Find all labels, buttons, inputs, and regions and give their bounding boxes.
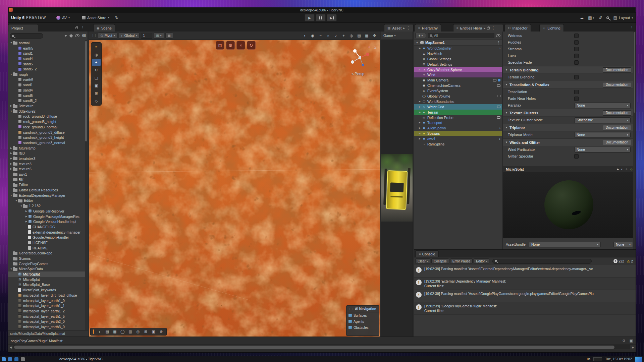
- checkbox[interactable]: [574, 54, 579, 58]
- keyboard-layout[interactable]: us: [587, 357, 591, 361]
- scene-bottom-button[interactable]: ▥: [128, 329, 133, 335]
- expander-closed-icon[interactable]: ▶: [24, 215, 28, 218]
- project-item[interactable]: ▶rts3: [8, 150, 85, 156]
- taskbar-app-icon[interactable]: [8, 357, 12, 361]
- terrain-tool-button[interactable]: ⚙: [226, 41, 235, 50]
- undo-history-icon[interactable]: ↺: [599, 15, 602, 20]
- expander-closed-icon[interactable]: ▶: [418, 121, 422, 124]
- hierarchy-item[interactable]: ▲NavMesh: [414, 51, 502, 56]
- expander-open-icon[interactable]: ▼: [9, 268, 13, 270]
- project-item[interactable]: ▶3dtexture: [8, 103, 85, 109]
- tab-scene[interactable]: ◉ Scene: [93, 24, 115, 32]
- project-item[interactable]: microsplat_layer_earth2_0: [8, 319, 85, 324]
- prefab-open-arrow-icon[interactable]: ›: [499, 137, 500, 140]
- project-item[interactable]: ▶Google.VersionHandlerImpl: [8, 219, 85, 224]
- scene-tool-button[interactable]: +: [92, 59, 101, 66]
- project-item[interactable]: ▼3dtexture2: [8, 109, 85, 114]
- mute-icon[interactable]: ⊘: [622, 339, 625, 343]
- hierarchy-item[interactable]: ▶■WorldController›: [414, 46, 502, 51]
- hierarchy-item[interactable]: ◉Main Camera: [414, 77, 502, 83]
- project-item[interactable]: sand5: [8, 93, 85, 98]
- expander-open-icon[interactable]: ▼: [415, 42, 419, 44]
- expander-closed-icon[interactable]: ▶: [418, 68, 422, 71]
- layers-dropdown[interactable]: ▦ ▾: [588, 15, 594, 20]
- filter-icon[interactable]: [64, 35, 67, 37]
- project-item[interactable]: Editor Default Resources: [8, 187, 85, 193]
- preview-light-icon[interactable]: ☼: [630, 167, 633, 171]
- project-item[interactable]: ▶Google.PackageManagerRes: [8, 214, 85, 219]
- home-icon[interactable]: ⌂: [374, 45, 376, 50]
- taskbar-app-icon[interactable]: [14, 357, 18, 361]
- tab-lighting[interactable]: ☼ Lighting: [539, 24, 564, 32]
- step-button[interactable]: ▶: [327, 14, 337, 21]
- show-desktop-button[interactable]: [635, 357, 642, 362]
- play-button[interactable]: ▶: [305, 14, 315, 21]
- panel-menu-icon[interactable]: ⋮: [491, 26, 495, 30]
- terrain-tool-button[interactable]: ⊡: [216, 41, 224, 50]
- error-pause-toggle[interactable]: Error Pause: [450, 258, 473, 264]
- material-preview-header[interactable]: MicroSplat ▸ ◐ ◓ ☼: [503, 166, 636, 172]
- checkbox[interactable]: [574, 97, 579, 101]
- scene-bottom-button[interactable]: ◎: [136, 329, 141, 335]
- expander-open-icon[interactable]: ▼: [19, 205, 23, 207]
- expander-closed-icon[interactable]: ▶: [9, 168, 13, 170]
- ai-navigation-header[interactable]: ⋮⋮ AI Navigation: [346, 306, 379, 312]
- project-item[interactable]: ▼MicroSplatData: [8, 266, 85, 272]
- terrain-tool-button[interactable]: ×: [236, 41, 245, 50]
- refresh-icon[interactable]: ↻: [115, 15, 118, 20]
- project-item[interactable]: GooglePlayGames: [8, 261, 85, 266]
- project-item[interactable]: sand4: [8, 87, 85, 93]
- inspector-section-header[interactable]: ▼Tessellation & ParallaxDocumentation: [503, 81, 633, 88]
- asset-store-dropdown[interactable]: Asset Store ▾: [80, 15, 112, 21]
- scene-toolbar-button[interactable]: ◉: [309, 33, 316, 39]
- expander-open-icon[interactable]: ▼: [14, 199, 18, 202]
- documentation-button[interactable]: Documentation: [603, 125, 631, 130]
- expander-closed-icon[interactable]: ▶: [418, 100, 422, 103]
- project-item[interactable]: ▶terraintex3: [8, 156, 85, 161]
- hierarchy-item[interactable]: ▶■AlienSpawn›: [414, 125, 502, 131]
- taskbar-app-icon[interactable]: [21, 357, 25, 361]
- project-item[interactable]: GeneratedLocalRepo: [8, 251, 85, 256]
- panel-menu-icon[interactable]: ⋮: [630, 25, 634, 30]
- scene-toolbar-button[interactable]: ▦: [363, 33, 370, 39]
- expander-open-icon[interactable]: ▼: [9, 194, 13, 196]
- inspector-section-header[interactable]: ▼TriplanarDocumentation: [503, 124, 633, 131]
- expander-closed-icon[interactable]: ▶: [418, 132, 422, 135]
- checkbox[interactable]: [574, 34, 579, 38]
- project-item[interactable]: sand4: [8, 56, 85, 61]
- expander-closed-icon[interactable]: ▶: [9, 147, 13, 149]
- editor-dropdown[interactable]: Editor ▾: [474, 258, 489, 264]
- hierarchy-scene-row[interactable]: ▼ MapScene1 ⋮: [414, 40, 502, 46]
- scrollbar-thumb[interactable]: [85, 41, 87, 141]
- project-item[interactable]: ▶texture6: [8, 167, 85, 172]
- hierarchy-item[interactable]: ≈Wind: [414, 72, 502, 77]
- project-item[interactable]: MicroSplat_Base: [8, 282, 85, 288]
- ai-nav-item[interactable]: Obstacles: [346, 324, 379, 330]
- scene-bottom-button[interactable]: ◯: [120, 329, 125, 335]
- expander-open-icon[interactable]: ▼: [9, 110, 13, 112]
- checkbox[interactable]: [574, 154, 579, 159]
- scene-tool-button[interactable]: ▣: [92, 82, 101, 89]
- project-item[interactable]: ▼Editor: [8, 198, 85, 203]
- preview-mesh-icon[interactable]: ◓: [626, 167, 628, 171]
- ai-nav-item[interactable]: Agents: [346, 318, 379, 324]
- project-item[interactable]: MicroSplat_keywords: [8, 287, 85, 293]
- project-item[interactable]: sandrock_ground3_normal: [8, 140, 85, 145]
- project-item[interactable]: ▼ExternalDependencyManager: [8, 193, 85, 198]
- scene-toolbar-button[interactable]: ☼: [325, 33, 332, 39]
- project-item[interactable]: ▼1.2.182: [8, 203, 85, 208]
- console-entry[interactable]: ![19:02:39] Parsing manifest 'Assets\Goo…: [414, 290, 636, 302]
- create-object-button[interactable]: +▾: [415, 33, 426, 38]
- scene-tool-button[interactable]: ↻: [92, 66, 101, 74]
- vnc-titlebar[interactable]: desktop-541c686 - TigerVNC: [8, 7, 636, 13]
- panel-menu-icon[interactable]: ⋮: [497, 41, 500, 45]
- tab-inspector[interactable]: ⊙ Inspector: [504, 24, 531, 32]
- scene-bottom-button[interactable]: ▣: [151, 329, 156, 335]
- label-icon[interactable]: [69, 34, 73, 38]
- hierarchy-item[interactable]: ▶▢WorldBoundaries: [414, 99, 502, 104]
- pivot-dropdown[interactable]: ⊙ Pivot ▾: [98, 33, 117, 39]
- tab-hierarchy[interactable]: ≡ Hierarchy: [415, 24, 441, 32]
- grid-size-input[interactable]: 1: [141, 33, 152, 39]
- global-dropdown[interactable]: ◐ Global ▾: [119, 33, 140, 39]
- hierarchy-item[interactable]: ▶★Spawns: [414, 131, 502, 136]
